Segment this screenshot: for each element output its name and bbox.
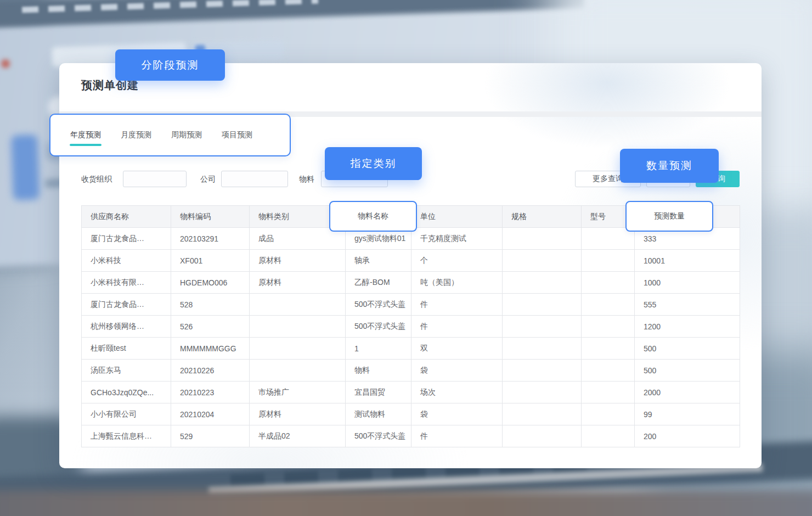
table-row[interactable]: 杜昕颐testMMMMMMGGG1双500 — [82, 338, 740, 360]
table-cell: 轴承 — [346, 250, 411, 272]
table-cell — [503, 316, 582, 338]
table-cell: 汤臣东马 — [82, 360, 171, 382]
badge-quantity-forecast: 数量预测 — [620, 149, 719, 183]
table-cell: 双 — [411, 338, 503, 360]
background-desk — [0, 490, 812, 516]
forecast-table: 供应商名称 物料编码 物料类别 单位 规格 型号 厦门古龙食品…20210329… — [81, 205, 740, 447]
table-cell — [250, 294, 346, 316]
table-cell: XF001 — [171, 250, 250, 272]
table-cell: 10001 — [635, 250, 740, 272]
background-menubar — [0, 0, 584, 27]
table-cell: 原材料 — [250, 272, 346, 294]
table-cell: 526 — [171, 316, 250, 338]
table-cell: 小小有限公司 — [82, 403, 171, 425]
table-cell: 小米科技 — [82, 250, 171, 272]
table-cell: 袋 — [411, 403, 503, 425]
table-cell: 529 — [171, 425, 250, 447]
table-cell — [503, 382, 582, 403]
table-cell: 件 — [411, 316, 503, 338]
tab-project-forecast[interactable]: 项目预测 — [222, 130, 252, 140]
material-label: 物料 — [299, 171, 314, 187]
table-row[interactable]: GCHo3Jzq0ZQe...20210223市场推广宜昌国贸场次2000 — [82, 382, 740, 403]
table-cell — [582, 425, 635, 447]
header-unit: 单位 — [411, 206, 503, 228]
table-cell: 20210223 — [171, 382, 250, 403]
table-cell: 个 — [411, 250, 503, 272]
table-cell: 市场推广 — [250, 382, 346, 403]
table-cell — [503, 294, 582, 316]
background-menu-text — [22, 0, 318, 13]
table-cell — [503, 272, 582, 294]
forecast-tabs-box: 年度预测 月度预测 周期预测 项目预测 — [49, 114, 291, 156]
table-row[interactable]: 小小有限公司20210204原材料测试物料袋99 — [82, 403, 740, 425]
table-cell: 500不浮式头盖 — [346, 294, 411, 316]
table-cell — [582, 382, 635, 403]
table-cell: 件 — [411, 294, 503, 316]
table-cell: HGDEMO006 — [171, 272, 250, 294]
table-cell: 半成品02 — [250, 425, 346, 447]
material-name-highlight-box: 物料名称 — [329, 201, 417, 232]
badge-specify-category: 指定类别 — [325, 147, 422, 180]
company-input[interactable] — [221, 171, 288, 187]
table-row[interactable]: 小米科技有限…HGDEMO006原材料乙醇-BOM吨（美国）1000 — [82, 272, 740, 294]
table-cell — [503, 425, 582, 447]
table-cell: 1 — [346, 338, 411, 360]
table-cell: 原材料 — [250, 250, 346, 272]
receiving-org-input[interactable] — [123, 171, 187, 187]
table-row[interactable]: 杭州移领网络…526500不浮式头盖件1200 — [82, 316, 740, 338]
tab-annual-forecast[interactable]: 年度预测 — [70, 130, 101, 140]
header-material-code: 物料编码 — [171, 206, 250, 228]
header-supplier-name: 供应商名称 — [82, 206, 171, 228]
table-cell: 小米科技有限… — [82, 272, 171, 294]
table-cell: 200 — [635, 425, 740, 447]
table-cell: 20210226 — [171, 360, 250, 382]
table-cell: 袋 — [411, 360, 503, 382]
company-label: 公司 — [200, 171, 216, 187]
table-cell: 杜昕颐test — [82, 338, 171, 360]
table-cell: 1000 — [635, 272, 740, 294]
table-cell — [503, 228, 582, 250]
tab-period-forecast[interactable]: 周期预测 — [171, 130, 202, 140]
table-cell — [582, 228, 635, 250]
table-cell — [582, 403, 635, 425]
table-cell: 测试物料 — [346, 403, 411, 425]
table-cell — [582, 316, 635, 338]
table-cell: 物料 — [346, 360, 411, 382]
table-cell: 555 — [635, 294, 740, 316]
table-row[interactable]: 厦门古龙食品…528500不浮式头盖件555 — [82, 294, 740, 316]
table-cell: 500 — [635, 360, 740, 382]
table-cell — [582, 272, 635, 294]
table-cell: 500不浮式头盖 — [346, 425, 411, 447]
table-cell: 场次 — [411, 382, 503, 403]
table-cell — [503, 403, 582, 425]
header-spec: 规格 — [503, 206, 582, 228]
table-cell: 99 — [635, 403, 740, 425]
table-cell: 杭州移领网络… — [82, 316, 171, 338]
table-cell: 吨（美国） — [411, 272, 503, 294]
table-row[interactable]: 汤臣东马20210226物料袋500 — [82, 360, 740, 382]
table-cell: 202103291 — [171, 228, 250, 250]
table-cell — [582, 250, 635, 272]
table-cell — [503, 250, 582, 272]
table-cell: GCHo3Jzq0ZQe... — [82, 382, 171, 403]
background-sidebar-icon — [11, 134, 40, 200]
table-row[interactable]: 小米科技XF001原材料轴承个10001 — [82, 250, 740, 272]
table-cell: MMMMMMGGG — [171, 338, 250, 360]
table-cell: 500 — [635, 338, 740, 360]
table-cell — [503, 360, 582, 382]
receiving-org-label: 收货组织 — [81, 171, 112, 187]
tab-monthly-forecast[interactable]: 月度预测 — [121, 130, 151, 140]
table-cell: 20210204 — [171, 403, 250, 425]
table-cell: 上海甄云信息科… — [82, 425, 171, 447]
table-cell — [582, 338, 635, 360]
table-cell: 厦门古龙食品… — [82, 228, 171, 250]
table-cell: 乙醇-BOM — [346, 272, 411, 294]
table-cell — [503, 338, 582, 360]
table-cell: 528 — [171, 294, 250, 316]
table-cell: 原材料 — [250, 403, 346, 425]
table-cell: 500不浮式头盖 — [346, 316, 411, 338]
table-cell — [250, 316, 346, 338]
table-row[interactable]: 上海甄云信息科…529半成品02500不浮式头盖件200 — [82, 425, 740, 447]
table-cell: 厦门古龙食品… — [82, 294, 171, 316]
background-photo-shape — [0, 0, 54, 265]
